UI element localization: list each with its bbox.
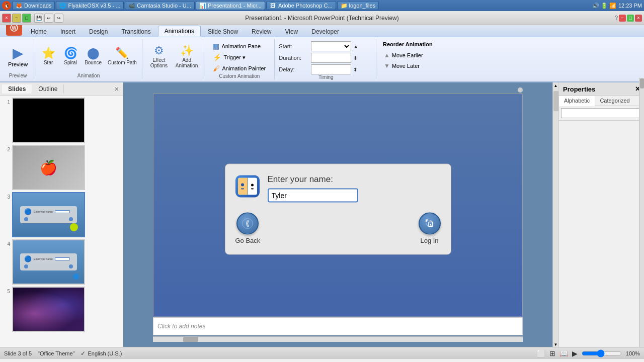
tab-developer[interactable]: Developer — [305, 26, 346, 37]
reading-view-btn[interactable]: 📖 — [559, 349, 568, 357]
slideshow-btn[interactable]: ▶ — [572, 349, 578, 357]
ribbon-group-animations: ⭐ Star 🌀 Spiral ⬤ Bounce ✏️ Custom Path … — [35, 39, 142, 79]
taskbar-item-logon[interactable]: 📁 logon_files — [337, 1, 379, 10]
preview-btn[interactable]: ▶ Preview — [5, 39, 31, 73]
notes-area[interactable]: Click to add notes — [153, 317, 523, 335]
slide-thumb-2[interactable]: 🍎 — [12, 145, 85, 190]
maximize-window[interactable]: □ — [627, 15, 634, 22]
go-back-btn[interactable]: ⟪ Go Back — [235, 213, 261, 244]
language-section: ✓ English (U.S.) — [80, 350, 122, 357]
log-in-icon — [419, 213, 441, 235]
minimize-window[interactable]: − — [619, 15, 626, 22]
status-right: ⬜ ⊞ 📖 ▶ 100% — [537, 349, 640, 357]
log-in-btn[interactable]: Log In — [419, 213, 441, 244]
help-icon[interactable]: ? — [615, 15, 618, 22]
tab-slides[interactable]: Slides — [2, 84, 32, 94]
slide-item-1[interactable]: 1 — [2, 98, 121, 143]
anim-star-btn[interactable]: ⭐ Star — [38, 46, 58, 66]
slides-scrollbar[interactable] — [639, 78, 644, 347]
anim-spiral-btn[interactable]: 🌀 Spiral — [60, 46, 80, 66]
zoom-level: 100% — [626, 350, 640, 356]
zoom-slider[interactable] — [582, 349, 622, 357]
taskbar: 🐧 🦊 Downloads 🌐 FlyakiteOSX v3.5 - ... 📹… — [0, 0, 644, 11]
tab-outline[interactable]: Outline — [32, 84, 64, 94]
ribbon-group-custom-animation: ▤ Animation Pane ⚡ Trigger ▾ 🖌 Animation… — [204, 39, 275, 79]
move-later-btn[interactable]: ▼ Move Later — [383, 61, 433, 70]
tab-review[interactable]: Review — [245, 26, 278, 37]
slide-thumb-4[interactable]: 🔵 Enter your name: — [12, 239, 85, 285]
spiral-icon: 🌀 — [64, 47, 77, 60]
preview-icon: ▶ — [13, 45, 24, 61]
delay-spin[interactable]: ⬍ — [353, 67, 357, 72]
name-input[interactable] — [268, 189, 358, 203]
right-panel-scrollbar[interactable]: ▲ ▼ — [552, 82, 558, 347]
animation-pane-btn[interactable]: ▤ Animation Pane — [211, 41, 268, 51]
start-spin-up[interactable]: ▲ — [353, 44, 358, 49]
quick-access-redo[interactable]: ↪ — [54, 14, 63, 23]
move-earlier-btn[interactable]: ▲ Move Earlier — [383, 51, 433, 60]
tab-categorized[interactable]: Categorized — [595, 96, 634, 106]
dialog-title: Enter your name: — [268, 174, 358, 185]
properties-search-input[interactable] — [561, 108, 642, 118]
language: English (U.S.) — [88, 350, 122, 356]
quick-access-save[interactable]: 💾 — [34, 14, 43, 23]
add-animation-btn[interactable]: ✨ AddAnimation — [174, 43, 200, 69]
taskbar-item-photoshop[interactable]: 🖼 Adobe Photoshop C... — [266, 1, 336, 10]
slide-thumb-3[interactable]: 🔵 Enter your name: — [12, 192, 85, 237]
delay-input[interactable] — [311, 64, 351, 74]
normal-view-btn[interactable]: ⬜ — [537, 349, 545, 357]
tab-alphabetic[interactable]: Alphabetic — [559, 96, 595, 106]
scroll-up-btn[interactable]: ▲ — [554, 83, 558, 88]
quick-access-undo[interactable]: ↩ — [44, 14, 53, 23]
close-window[interactable]: × — [635, 15, 642, 22]
expand-btn[interactable] — [518, 87, 523, 93]
minimize-button[interactable]: − — [12, 14, 21, 23]
slidesorter-btn[interactable]: ⊞ — [549, 349, 555, 357]
window-controls: × − □ 💾 ↩ ↪ — [2, 14, 63, 23]
properties-title: Properties — [563, 85, 595, 93]
cursor-indicator — [70, 223, 78, 231]
trigger-btn[interactable]: ⚡ Trigger ▾ — [211, 52, 268, 62]
anim-custom-btn[interactable]: ✏️ Custom Path — [106, 46, 139, 66]
ribbon-group-effect: ⚙ EffectOptions ✨ AddAnimation — [143, 39, 203, 79]
tab-transitions[interactable]: Transitions — [115, 26, 157, 37]
taskbar-item-downloads[interactable]: 🦊 Downloads — [12, 1, 55, 10]
taskbar-item-camtasia[interactable]: 📹 Camtasia Studio - U... — [125, 1, 195, 10]
painter-icon: 🖌 — [213, 64, 220, 72]
start-select[interactable] — [311, 41, 351, 51]
tab-slideshow[interactable]: Slide Show — [201, 26, 245, 37]
anim-bounce-btn[interactable]: ⬤ Bounce — [83, 46, 104, 66]
tab-animations[interactable]: Animations — [158, 26, 201, 37]
taskbar-item-powerpoint[interactable]: 📊 Presentation1 - Micr... — [196, 1, 265, 10]
h-scroll-thumb — [183, 337, 198, 342]
horizontal-scrollbar[interactable] — [153, 336, 523, 342]
close-button[interactable]: × — [2, 14, 11, 23]
browser-icon: 🌐 — [59, 2, 66, 9]
tab-home[interactable]: Home — [24, 26, 53, 37]
ubuntu-logo[interactable]: 🐧 — [2, 1, 11, 10]
scroll-thumb — [640, 78, 644, 88]
slide-item-5[interactable]: 5 — [2, 287, 121, 332]
animation-painter-btn[interactable]: 🖌 Animation Painter — [211, 63, 268, 73]
slide-item-3[interactable]: 3 🔵 Enter your name: — [2, 192, 121, 237]
effect-options-btn[interactable]: ⚙ EffectOptions — [146, 43, 172, 69]
spell-check-icon[interactable]: ✓ — [80, 350, 86, 357]
duration-input[interactable] — [311, 53, 351, 63]
slide-thumb-5[interactable] — [12, 287, 85, 332]
slide-item-4[interactable]: 4 🔵 Enter your name: — [2, 239, 121, 285]
taskbar-item-flyakite[interactable]: 🌐 FlyakiteOSX v3.5 - ... — [56, 1, 124, 10]
add-animation-icon: ✨ — [180, 44, 194, 57]
reorder-label: Reorder Animation — [383, 41, 433, 47]
scroll-down-btn[interactable]: ▼ — [554, 342, 558, 347]
maximize-button[interactable]: □ — [22, 14, 31, 23]
start-field: Start: ▲ — [279, 41, 373, 51]
tab-insert[interactable]: Insert — [54, 26, 82, 37]
slide-thumb-1[interactable] — [12, 98, 85, 143]
delay-field: Delay: ⬍ — [279, 64, 373, 74]
slide-num-3: 3 — [2, 194, 10, 200]
duration-spin[interactable]: ⬍ — [353, 55, 357, 61]
slides-panel-close[interactable]: × — [113, 85, 121, 93]
slide-item-2[interactable]: 2 🍎 — [2, 145, 121, 190]
tab-design[interactable]: Design — [83, 26, 114, 37]
tab-view[interactable]: View — [278, 26, 304, 37]
